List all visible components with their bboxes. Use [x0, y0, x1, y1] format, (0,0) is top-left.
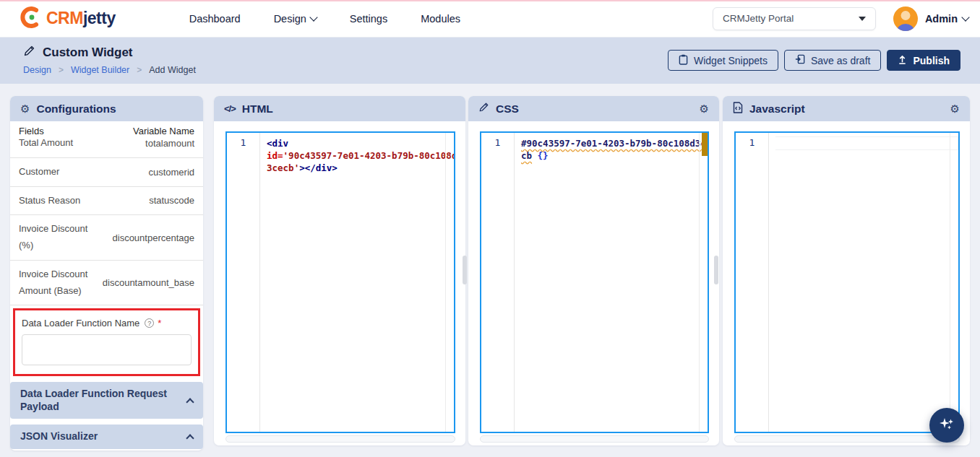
chevron-up-icon [186, 398, 194, 406]
sparkles-icon [937, 414, 956, 436]
css-code-editor[interactable]: 1 #90c43597-7e01-4203-b79b-80c108d3ce cb… [480, 131, 709, 433]
fields-table-header: Fields Variable Name [10, 121, 203, 139]
horizontal-scrollbar[interactable] [480, 435, 709, 443]
screenshot-edge-artifact [0, 0, 980, 1]
html-panel-header: </> HTML [214, 96, 465, 121]
main-content: ⚙ Configurations Fields Variable Name To… [0, 84, 980, 457]
widget-snippets-button[interactable]: Widget Snippets [668, 50, 778, 71]
logo-text: CRMjetty [46, 9, 116, 28]
active-line-indicator [775, 136, 958, 150]
css-code-content: #90c43597-7e01-4203-b79b-80c108d3ce cb {… [515, 133, 708, 432]
javascript-editor-panel: Javascript ⚙ 1 [723, 96, 970, 445]
edit-pencil-icon [23, 45, 35, 60]
select-caret-icon [859, 17, 866, 21]
publish-button[interactable]: Publish [887, 50, 960, 71]
breadcrumb-design[interactable]: Design [23, 65, 51, 75]
portal-select-value: CRMJetty Portal [723, 13, 794, 24]
crmjetty-logo[interactable]: CRMjetty [20, 6, 116, 31]
avatar-body [897, 24, 914, 31]
table-row: Invoice Discount Amount (Base) discounta… [10, 260, 203, 306]
nav-item-dashboard[interactable]: Dashboard [189, 13, 241, 25]
nav-item-settings[interactable]: Settings [350, 13, 387, 25]
breadcrumb-separator: > [59, 65, 64, 75]
nav-item-design[interactable]: Design [274, 13, 317, 25]
breadcrumb-separator: > [137, 65, 142, 75]
javascript-code-editor[interactable]: 1 [734, 131, 960, 433]
user-menu[interactable]: Admin [925, 13, 968, 25]
pencil-icon [478, 102, 489, 116]
json-visualizer-section-toggle[interactable]: JSON Visualizer [10, 425, 203, 449]
user-name: Admin [925, 13, 958, 25]
breadcrumb-add-widget: Add Widget [149, 65, 196, 75]
data-loader-label: Data Loader Function Name [22, 318, 139, 328]
chevron-down-icon [961, 13, 969, 21]
table-row: Invoice Discount (%) discountpercentage [10, 214, 203, 260]
html-editor-panel: </> HTML 1 <div id='90c43597-7e01-4203-b… [214, 96, 465, 445]
gear-icon[interactable]: ⚙ [950, 103, 960, 116]
panel-resize-handle[interactable] [463, 256, 467, 284]
editor-scrollbar-track[interactable] [950, 133, 950, 432]
upload-arrow-icon [898, 54, 907, 66]
configurations-panel: ⚙ Configurations Fields Variable Name To… [10, 96, 203, 451]
horizontal-scrollbar[interactable] [225, 435, 455, 443]
css-panel-header: CSS ⚙ [468, 96, 719, 121]
code-tag-icon: </> [224, 103, 236, 114]
crmjetty-logo-icon [20, 6, 42, 31]
main-nav: Dashboard Design Settings Modules [189, 13, 460, 25]
page-title: Custom Widget [43, 45, 133, 60]
panel-resize-handle[interactable] [714, 256, 718, 284]
data-loader-label-row: Data Loader Function Name ? * [22, 318, 192, 328]
css-editor-panel: CSS ⚙ 1 #90c43597-7e01-4203-b79b-80c108d… [468, 96, 719, 445]
table-row: Status Reason statuscode [10, 186, 203, 215]
fields-table[interactable]: Total Amount totalamount Customer custom… [10, 139, 203, 305]
editor-scrollbar-track[interactable] [445, 133, 446, 432]
app-screen: CRMjetty Dashboard Design Settings Modul… [0, 0, 980, 457]
configurations-panel-header: ⚙ Configurations [10, 96, 203, 121]
javascript-panel-title: Javascript [749, 103, 805, 116]
required-asterisk: * [158, 318, 161, 328]
page-header: Custom Widget Design > Widget Builder > … [0, 38, 980, 84]
data-loader-function-name-input[interactable] [22, 334, 192, 365]
html-code-content: <div id='90c43597-7e01-4203-b79b-80c108d… [260, 133, 454, 432]
table-row: Total Amount totalamount [10, 139, 203, 157]
html-code-editor[interactable]: 1 <div id='90c43597-7e01-4203-b79b-80c10… [225, 131, 455, 433]
avatar-head [901, 11, 910, 20]
javascript-code-content [769, 133, 958, 432]
editor-scrollbar-track[interactable] [699, 133, 700, 432]
gear-icon: ⚙ [20, 103, 30, 116]
horizontal-scrollbar[interactable] [734, 435, 960, 443]
help-icon[interactable]: ? [145, 318, 154, 328]
portal-select[interactable]: CRMJetty Portal [713, 7, 876, 30]
chevron-down-icon [309, 13, 317, 21]
ai-assistant-fab[interactable] [929, 408, 964, 443]
data-loader-highlight-annotation: Data Loader Function Name ? * [13, 308, 200, 376]
breadcrumb-widget-builder[interactable]: Widget Builder [71, 65, 129, 75]
css-line-numbers: 1 [481, 133, 515, 432]
html-panel-title: HTML [242, 103, 273, 116]
html-line-numbers: 1 [227, 133, 260, 432]
css-panel-title: CSS [496, 103, 519, 116]
user-avatar[interactable] [893, 6, 918, 31]
data-loader-payload-section-toggle[interactable]: Data Loader Function Request Payload [10, 382, 203, 419]
table-row: Customer customerid [10, 157, 203, 186]
fields-column-header: Fields [19, 126, 44, 136]
javascript-line-numbers: 1 [736, 133, 769, 432]
chevron-up-icon [186, 434, 194, 442]
save-as-draft-button[interactable]: Save as draft [784, 50, 882, 71]
save-draft-icon [795, 54, 805, 66]
variable-column-header: Variable Name [133, 126, 194, 136]
javascript-panel-header: Javascript ⚙ [723, 96, 970, 121]
configurations-title: Configurations [36, 103, 116, 116]
lint-warning-marker [702, 133, 708, 156]
nav-item-modules[interactable]: Modules [421, 13, 460, 25]
top-navbar: CRMjetty Dashboard Design Settings Modul… [0, 0, 980, 38]
clipboard-icon [679, 54, 688, 67]
gear-icon[interactable]: ⚙ [700, 103, 709, 116]
file-code-icon [733, 102, 743, 116]
